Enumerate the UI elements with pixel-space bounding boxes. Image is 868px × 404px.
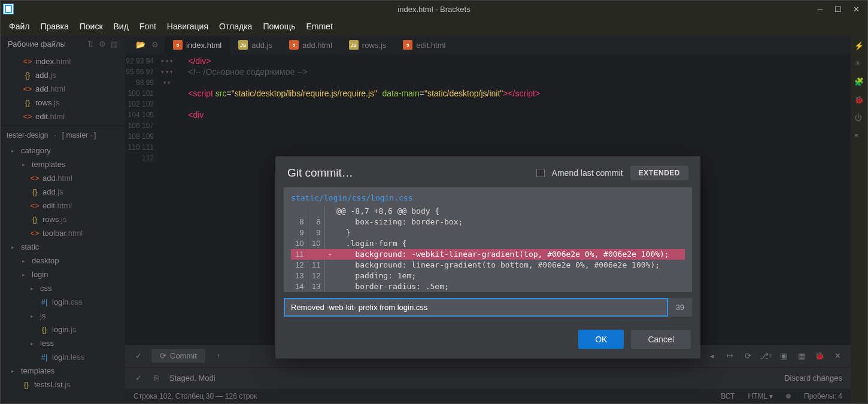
status-bar: Строка 102, Столбец 30 — 126 строк ВСТ H… (125, 389, 851, 403)
tree-item[interactable]: ▸css (1, 281, 125, 295)
panel-branch-icon[interactable]: ⎇2 (761, 351, 770, 360)
tree-item[interactable]: <>edit.html (1, 199, 125, 212)
tree-item[interactable]: ▸desktop (1, 254, 125, 268)
diff-view: static/login/css/login.css @@ -8,7 +8,6 … (284, 187, 692, 292)
commit-button[interactable]: ⟳Commit (151, 349, 205, 363)
working-file[interactable]: <>index.html (1, 54, 125, 68)
tree-item[interactable]: {}rows.js (1, 212, 125, 226)
indent-spaces[interactable]: Пробелы: 4 (804, 392, 842, 400)
app-icon (3, 4, 14, 14)
panel-bug-icon[interactable]: 🐞 (815, 351, 824, 360)
menu-debug[interactable]: Отладка (219, 22, 252, 31)
tree-item[interactable]: <>toolbar.html (1, 226, 125, 240)
tree-item[interactable]: ▸login (1, 268, 125, 281)
diff-file-path[interactable]: static/login/css/login.css (291, 193, 685, 206)
menu-nav[interactable]: Навигация (167, 22, 208, 31)
panel-fwd-icon[interactable]: ↦ (725, 351, 735, 360)
menu-view[interactable]: Вид (114, 22, 129, 31)
tree-item[interactable]: ▸less (1, 336, 125, 350)
tree-item[interactable]: {}login.js (1, 323, 125, 336)
editor-tab[interactable]: 5index.html (165, 37, 230, 53)
menu-font[interactable]: Font (139, 22, 156, 31)
staged-label: Staged, Modi (169, 373, 216, 382)
cursor-pos: Строка 102, Столбец 30 — 126 строк (133, 392, 257, 400)
menu-file[interactable]: Файл (9, 22, 29, 31)
menu-help[interactable]: Помощь (263, 22, 295, 31)
working-files-header: Рабочие файлы ⇅ ⚙ ▥ (1, 35, 125, 52)
tree-item[interactable]: {}testsList.js (1, 378, 125, 391)
check-icon[interactable]: ✓ (133, 351, 143, 360)
git-project[interactable]: tester-design (7, 131, 48, 139)
discard-changes[interactable]: Discard changes (784, 373, 842, 382)
tree-item[interactable]: ▸js (1, 309, 125, 323)
gear-icon[interactable]: ⚙ (99, 40, 106, 48)
app-window: index.html - Brackets ─ ☐ ✕ Файл Правка … (0, 0, 868, 404)
tree-item[interactable]: #|login.css (1, 295, 125, 309)
eye-icon[interactable]: 👁 (854, 59, 864, 69)
tree-item[interactable]: ▸category (1, 144, 125, 157)
right-toolbar: ⚡ 👁 🧩 🐞 ⏻ ≡ (851, 35, 867, 403)
commit-message-input[interactable] (284, 298, 668, 317)
working-file[interactable]: {}rows.js (1, 96, 125, 110)
live-preview-icon[interactable]: ⚡ (854, 41, 864, 51)
menubar: Файл Правка Поиск Вид Font Навигация Отл… (1, 17, 867, 35)
cancel-button[interactable]: Cancel (631, 330, 691, 349)
bug2-icon[interactable]: 🐞 (854, 95, 864, 105)
dialog-title: Git commit… (287, 166, 353, 180)
insert-mode[interactable]: ВСТ (721, 392, 735, 400)
tree-item[interactable]: ▸templates (1, 157, 125, 171)
char-count: 39 (668, 298, 692, 317)
working-file[interactable]: {}add.js (1, 68, 125, 82)
lang-mode[interactable]: HTML ▾ (748, 392, 773, 400)
tab-gear-icon[interactable]: ⚙ (151, 40, 159, 49)
tree-item[interactable]: ▸static (1, 240, 125, 254)
push-icon[interactable]: ↑ (214, 351, 223, 360)
titlebar: index.html - Brackets ─ ☐ ✕ (1, 1, 867, 17)
git-commit-dialog: Git commit… Amend last commit EXTENDED s… (275, 156, 700, 359)
sort-icon[interactable]: ⇅ (87, 40, 94, 48)
sidebar: Рабочие файлы ⇅ ⚙ ▥ <>index.html{}add.js… (1, 35, 125, 403)
amend-checkbox[interactable] (536, 169, 545, 177)
ext-mgr-icon[interactable]: 🧩 (854, 77, 864, 87)
check2-icon[interactable]: ✓ (133, 373, 143, 383)
window-title: index.html - Brackets (397, 5, 470, 14)
tree-item[interactable]: <>add.html (1, 171, 125, 185)
split-icon[interactable]: ▥ (111, 40, 118, 48)
tree-item[interactable]: {}add.js (1, 185, 125, 199)
menu-edit[interactable]: Правка (40, 22, 68, 31)
stack-icon[interactable]: ≡ (854, 131, 864, 141)
panel-refresh-icon[interactable]: ⟳ (743, 351, 752, 360)
amend-label: Amend last commit (552, 168, 623, 178)
menu-search[interactable]: Поиск (80, 22, 103, 31)
extended-button[interactable]: EXTENDED (630, 166, 688, 180)
panel-qr-icon[interactable]: ▦ (797, 351, 806, 360)
editor-tab[interactable]: JSadd.js (230, 37, 281, 53)
menu-emmet[interactable]: Emmet (306, 22, 332, 31)
status-dot-icon (786, 394, 791, 399)
panel-close-icon[interactable]: ✕ (833, 351, 842, 360)
folder-open-icon[interactable]: 📂 (136, 40, 145, 49)
panel-image-icon[interactable]: ▣ (779, 351, 788, 360)
tree-item[interactable]: #|login.less (1, 350, 125, 364)
minimize-button[interactable]: ─ (816, 5, 824, 14)
ok-button[interactable]: OK (578, 330, 624, 349)
editor-area: 📂⚙ 5index.htmlJSadd.js5add.htmlJSrows.js… (125, 35, 851, 403)
power-icon[interactable]: ⏻ (854, 113, 864, 123)
git-branch[interactable]: master (66, 131, 88, 139)
editor-tab[interactable]: 5edit.html (394, 37, 454, 53)
panel-prev-icon[interactable]: ◂ (707, 351, 717, 360)
maximize-button[interactable]: ☐ (834, 5, 842, 14)
close-button[interactable]: ✕ (852, 5, 860, 14)
stage-icon[interactable]: ⎘ (151, 373, 161, 383)
working-file[interactable]: <>add.html (1, 82, 125, 96)
tabbar: 📂⚙ 5index.htmlJSadd.js5add.htmlJSrows.js… (125, 35, 851, 53)
editor-tab[interactable]: 5add.html (281, 37, 341, 53)
tree-item[interactable]: ▸templates (1, 364, 125, 378)
editor-tab[interactable]: JSrows.js (341, 37, 394, 53)
working-file[interactable]: <>edit.html (1, 110, 125, 123)
